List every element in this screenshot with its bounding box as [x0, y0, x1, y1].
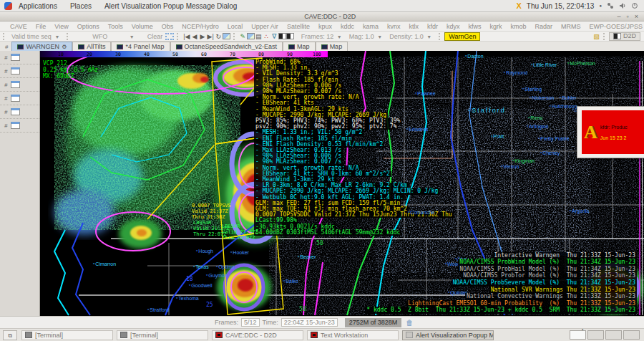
task-cave-ddc-d2d[interactable]: CAVE:DDC - D2D [212, 330, 303, 340]
print-icon[interactable]: ▤ [255, 33, 263, 40]
menu-options[interactable]: Options [73, 23, 104, 30]
menu-upper-air[interactable]: Upper Air [247, 23, 283, 30]
clear-button[interactable]: Clear [145, 33, 166, 40]
alert-popup-window[interactable]: A kfdr: Produc Jun 15 23 2 [577, 106, 644, 158]
map-city-label: Argonia [570, 208, 589, 213]
menu-kama[interactable]: kama [358, 23, 383, 30]
points-tool-icon[interactable]: ∴ [263, 33, 270, 40]
contour-value-label: 18 [186, 276, 193, 282]
maximize-button[interactable]: ▫ [627, 13, 629, 20]
wfo-dropdown[interactable]: WFO ▼ [89, 33, 138, 40]
map-city-label: Comanche [408, 210, 434, 215]
d2d-perspective-button[interactable]: D2D [609, 32, 640, 41]
desktop-menu-applications[interactable]: Applications [12, 2, 64, 10]
restore-windows-button[interactable]: ⧉ [3, 330, 17, 340]
menu-ewp-goes-jpss[interactable]: EWP-GOES/JPSS [585, 23, 644, 30]
pane-control[interactable]: # [0, 105, 39, 119]
task-terminal[interactable]: [Terminal] [117, 330, 208, 340]
desktop-menu-alert-visualization-popup-message-dialog[interactable]: Alert Visualization Popup Message Dialog [98, 2, 243, 10]
panel-layout-2-icon[interactable] [286, 33, 294, 39]
mag-dropdown[interactable]: Mag: 1.0 ▼ [346, 33, 386, 40]
clock[interactable]: Thu Jun 15, 22:04:13 [527, 2, 595, 10]
minimize-button[interactable]: – [618, 13, 621, 20]
tab-map[interactable]: Map [316, 42, 348, 51]
menu-obs[interactable]: Obs [157, 23, 178, 30]
menu-ncep-hydro[interactable]: NCEP/Hydro [177, 23, 223, 30]
task-alert-visualization-popup-message-d[interactable]: Alert Visualization Popup Message D... [402, 330, 494, 340]
step-forward-button[interactable]: ▶ [199, 33, 207, 40]
menu-radar[interactable]: Radar [531, 23, 557, 30]
workspace-3[interactable] [605, 330, 622, 340]
valid-time-seq-dropdown[interactable]: Valid time seq ▼ [9, 33, 64, 40]
close-button[interactable]: × [635, 13, 638, 20]
task-items: [Terminal][Terminal]CAVE:DDC - D2DText W… [21, 330, 497, 340]
filter-icon[interactable]: ∇ [270, 33, 278, 40]
tab-map[interactable]: Map [283, 42, 316, 51]
menu-kfws[interactable]: kfws [464, 23, 486, 30]
toolbar-grip[interactable] [67, 33, 69, 40]
toolbar-grip[interactable] [439, 33, 441, 40]
colorbar-tick-label: 70 [230, 52, 235, 57]
pane-control[interactable]: # [0, 51, 39, 64]
menu-tools[interactable]: Tools [104, 23, 127, 30]
power-icon[interactable] [631, 2, 638, 9]
term-task-icon [25, 332, 32, 338]
menu-kdyx[interactable]: kdyx [442, 23, 464, 30]
xterm-tray-icon[interactable]: X [517, 1, 522, 10]
pane-control[interactable]: # [0, 92, 39, 105]
menu-local[interactable]: Local [223, 23, 248, 30]
menu-kpux[interactable]: kpux [314, 23, 336, 30]
workspace-1[interactable] [570, 330, 586, 340]
workspace-4[interactable] [623, 330, 640, 340]
menu-mrms[interactable]: MRMS [557, 23, 585, 30]
image-combine-icon[interactable] [223, 33, 230, 39]
export-icon[interactable]: ▧ [592, 33, 600, 40]
menu-ktlx[interactable]: ktlx [404, 23, 423, 30]
menu-kddc[interactable]: kddc [336, 23, 358, 30]
desktop-menu-places[interactable]: Places [64, 2, 98, 10]
pane-control[interactable]: # [0, 119, 39, 133]
menu-kvnx[interactable]: kvnx [383, 23, 405, 30]
menu-file[interactable]: File [31, 23, 51, 30]
menu-cave[interactable]: CAVE [6, 23, 31, 30]
volume-icon[interactable] [619, 2, 626, 9]
legend-line: National SVR Warnings Thu 21:33Z 15-Jun-… [365, 287, 637, 294]
menu-satellite[interactable]: Satellite [283, 23, 314, 30]
alert-popup-time: Jun 15 23 2 [600, 135, 628, 140]
tab-4-panel-map[interactable]: *4 Panel Map [111, 42, 170, 51]
frame-tool-icon[interactable] [165, 33, 174, 40]
task-text-workstation[interactable]: Text Workstation [307, 330, 399, 340]
frames-dropdown[interactable]: Frames: 12 ▼ [298, 33, 346, 40]
step-back-button[interactable]: ◀ [191, 33, 199, 40]
window-title-bar[interactable]: CAVE:DDC - D2D – ▫ × [0, 12, 644, 21]
menu-kfdr[interactable]: kfdr [423, 23, 442, 30]
panel-layout-icon[interactable] [278, 33, 286, 39]
time-status-value[interactable]: 22:04Z 15-Jun-23 [281, 318, 338, 327]
colorbar-tick-label: 50 [172, 52, 178, 57]
distro-logo-icon[interactable] [4, 2, 12, 10]
trash-icon[interactable]: 🗑 [406, 319, 413, 327]
toolbar-grip[interactable] [3, 33, 6, 40]
menu-volume[interactable]: Volume [127, 23, 157, 30]
network-icon[interactable] [607, 2, 614, 9]
tab-octanespeedsandwich-v2-east[interactable]: OctaneSpeedSandwich_v2-East [170, 42, 283, 51]
pane-control[interactable]: # [0, 64, 39, 78]
tab-alltilts[interactable]: AllTilts [72, 42, 111, 51]
radar-map-display[interactable]: 102030405060708090100 VCP 2120.25 km, 0.… [40, 51, 644, 316]
menu-kmob[interactable]: kmob [507, 23, 531, 30]
loop-button[interactable]: ↻ [215, 33, 223, 40]
task-terminal[interactable]: [Terminal] [21, 330, 113, 340]
pane-window-icon [11, 95, 20, 102]
density-dropdown[interactable]: Density: 1.0 ▼ [386, 33, 436, 40]
draw-tool-icon[interactable]: ✎ [239, 33, 247, 40]
pane-control[interactable]: # [0, 78, 39, 92]
tab-warngen[interactable]: WARNGEN⚙ [11, 42, 72, 51]
warngen-button[interactable]: WarnGen [444, 32, 480, 41]
menu-kgrk[interactable]: kgrk [486, 23, 507, 30]
first-frame-button[interactable]: |◀ [182, 33, 190, 40]
capture-icon[interactable] [247, 33, 255, 39]
menu-view[interactable]: View [50, 23, 72, 30]
last-frame-button[interactable]: ▶| [207, 33, 215, 40]
frames-status-value[interactable]: 5/12 [241, 318, 260, 327]
tab-settings-icon[interactable]: ⚙ [62, 44, 67, 50]
